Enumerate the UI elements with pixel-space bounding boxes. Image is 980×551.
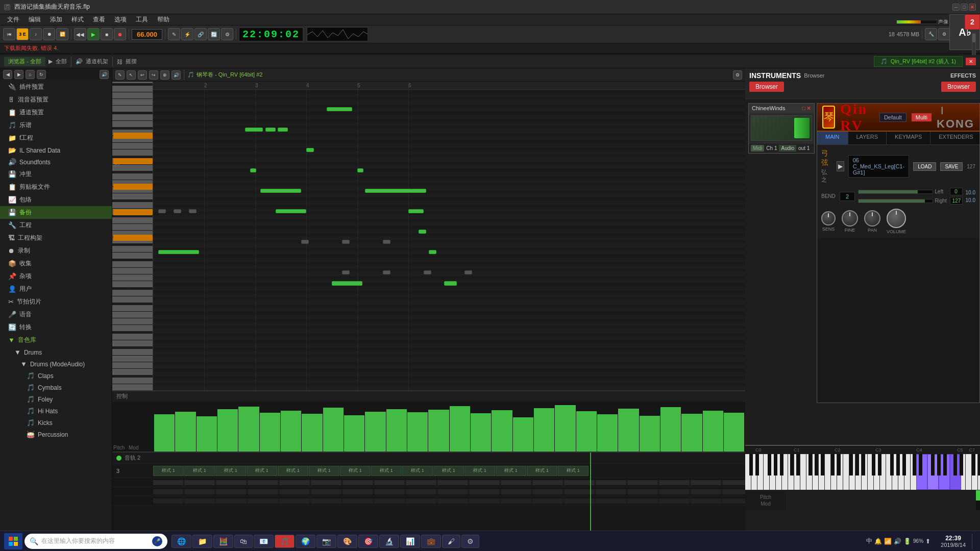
sidebar-item-mixer[interactable]: 🎚 混音器预置 xyxy=(0,93,112,106)
settings-button[interactable]: ⚙ xyxy=(938,28,950,40)
fine-knob[interactable] xyxy=(842,210,858,227)
pr-settings-button[interactable]: ⚙ xyxy=(733,70,742,80)
taskbar-app5[interactable]: 🔬 xyxy=(379,535,399,548)
left-slider[interactable] xyxy=(858,190,933,194)
taskbar-browser[interactable]: 🌍 xyxy=(296,535,315,548)
sidebar-item-score[interactable]: 🎵 乐谱 xyxy=(0,119,112,132)
rewind-button[interactable]: ⏮ xyxy=(3,28,15,40)
sidebar-item-soundlib[interactable]: ▼ 音色库 xyxy=(0,334,112,346)
pr-zoom-button[interactable]: ⊕ xyxy=(160,70,169,80)
pr-undo-button[interactable]: ↩ xyxy=(138,70,147,80)
sidebar-item-drums-modeaudio[interactable]: ▼ Drums (ModeAudio) xyxy=(0,358,112,370)
sidebar-item-kicks[interactable]: 🎵 Kicks xyxy=(0,417,112,429)
volume-knob[interactable] xyxy=(887,209,906,228)
song-mode-button[interactable]: ♪ xyxy=(30,28,42,40)
pan-knob[interactable] xyxy=(864,210,880,227)
taskbar-mail[interactable]: 📧 xyxy=(254,535,274,548)
pattern-mode-button[interactable]: 3 E xyxy=(16,28,29,40)
taskbar-red-app[interactable]: 🎵 xyxy=(275,535,295,548)
sidebar-fwd-button[interactable]: ▶ xyxy=(14,70,23,79)
pattern-cell[interactable]: 样式 1 xyxy=(278,466,308,476)
pattern-cell[interactable]: 样式 1 xyxy=(215,466,246,476)
sidebar-item-misc[interactable]: 📌 杂项 xyxy=(0,270,112,283)
tempo-display[interactable]: 66.000 xyxy=(132,29,162,40)
loop-button[interactable]: 🔁 xyxy=(56,28,68,40)
pr-sound-button[interactable]: 🔊 xyxy=(172,70,181,80)
sidebar-item-engineering[interactable]: 🔧 工程 xyxy=(0,219,112,232)
play-button[interactable]: ▶ xyxy=(87,28,100,40)
tool-5[interactable]: ⚙ xyxy=(221,28,233,40)
load-button[interactable]: LOAD xyxy=(913,162,936,171)
sidebar-item-convert[interactable]: 🔄 转换 xyxy=(0,321,112,334)
sidebar-refresh-button[interactable]: ↻ xyxy=(37,70,46,79)
clock-display[interactable]: 22:39 2019/8/14 xyxy=(937,535,970,548)
sidebar-item-collect[interactable]: 📦 收集 xyxy=(0,257,112,270)
tab-keymaps[interactable]: KEYMAPS xyxy=(887,132,930,144)
sidebar-item-envelope[interactable]: 📈 包络 xyxy=(0,193,112,206)
pattern-cell[interactable]: 样式 1 xyxy=(340,466,371,476)
sidebar-item-percussion[interactable]: 🥁 Percussion xyxy=(0,429,112,440)
sidebar-item-beatslice[interactable]: ✂ 节拍切片 xyxy=(0,295,112,308)
pattern-cell[interactable]: 样式 1 xyxy=(247,466,277,476)
sens-knob[interactable] xyxy=(821,211,836,226)
pattern-cell[interactable]: 样式 1 xyxy=(496,466,526,476)
menu-edit[interactable]: 编辑 xyxy=(24,14,45,25)
sidebar-item-project[interactable]: 📁 f工程 xyxy=(0,132,112,144)
taskbar-app2[interactable]: 📷 xyxy=(316,535,336,548)
pattern-cell[interactable]: 样式 1 xyxy=(433,466,464,476)
multi-button[interactable]: Multi xyxy=(912,113,932,121)
record-button[interactable]: ⏺ xyxy=(43,28,55,40)
close-button[interactable]: ✕ xyxy=(969,4,976,11)
taskbar-app6[interactable]: 📊 xyxy=(400,535,420,548)
taskbar-files[interactable]: 📁 xyxy=(192,535,212,548)
tab-extenders[interactable]: EXTENDERS xyxy=(930,132,980,144)
sidebar-item-project-arch[interactable]: 🏗 工程构架 xyxy=(0,232,112,244)
show-desktop-button[interactable] xyxy=(972,534,976,549)
tool-2[interactable]: ⚡ xyxy=(181,28,193,40)
pattern-cell[interactable]: 样式 1 xyxy=(371,466,402,476)
minimize-button[interactable]: ─ xyxy=(952,4,960,11)
tab-main[interactable]: MAIN xyxy=(817,132,848,144)
menu-style[interactable]: 样式 xyxy=(67,14,88,25)
sidebar-item-hihats[interactable]: 🎵 Hi Hats xyxy=(0,405,112,417)
sidebar-item-record[interactable]: ⏺ 录制 xyxy=(0,244,112,257)
rec-button[interactable]: ⏺ xyxy=(114,28,126,40)
save-button[interactable]: SAVE xyxy=(940,162,963,171)
stop-button[interactable]: ■ xyxy=(101,28,113,40)
start-button[interactable] xyxy=(4,533,22,549)
red-button[interactable]: 2 xyxy=(965,14,980,30)
menu-add[interactable]: 添加 xyxy=(46,14,66,25)
pattern-cell[interactable]: 样式 1 xyxy=(527,466,557,476)
taskbar-app7[interactable]: 💼 xyxy=(421,535,441,548)
sidebar-item-soundfonts[interactable]: 🔊 Soundfonts xyxy=(0,156,112,168)
taskbar-store[interactable]: 🛍 xyxy=(234,535,253,548)
pr-redo-button[interactable]: ↪ xyxy=(149,70,158,80)
pr-pen-tool[interactable]: ✎ xyxy=(115,70,125,80)
sidebar-item-cymbals[interactable]: 🎵 Cymbals xyxy=(0,382,112,393)
sidebar-item-foley[interactable]: 🎵 Foley xyxy=(0,393,112,405)
taskbar-search[interactable]: 🔍 在这里输入你要搜索的内容 🎤 xyxy=(24,534,167,549)
prev-button[interactable]: ◀◀ xyxy=(74,28,86,40)
taskbar-app9[interactable]: ⚙ xyxy=(461,535,479,548)
key-container[interactable] xyxy=(745,454,980,490)
preset-display[interactable]: Default xyxy=(879,113,906,122)
sidebar-item-drums[interactable]: ▼ Drums xyxy=(0,346,112,358)
cpu-mode-button[interactable]: 🔧 xyxy=(925,28,937,40)
sidebar-item-rush[interactable]: 💾 冲里 xyxy=(0,168,112,181)
tab-layers[interactable]: LAYERS xyxy=(848,132,887,144)
effects-browser-button[interactable]: Browser xyxy=(941,82,976,92)
sidebar-item-claps[interactable]: 🎵 Claps xyxy=(0,370,112,382)
pattern-cell[interactable]: 样式 1 xyxy=(402,466,433,476)
pattern-cell[interactable]: 样式 1 xyxy=(184,466,215,476)
taskbar-app3[interactable]: 🎨 xyxy=(337,535,357,548)
sidebar-back-button[interactable]: ◀ xyxy=(3,70,12,79)
note-grid[interactable]: 1 2 3 4 5 6 xyxy=(153,82,745,390)
right-slider[interactable] xyxy=(858,199,933,203)
chineewinds-expand-button[interactable]: □ xyxy=(802,105,805,112)
instruments-browser-button[interactable]: Browser xyxy=(749,82,784,92)
taskbar-app8[interactable]: 🖌 xyxy=(442,535,460,548)
voice-search-icon[interactable]: 🎤 xyxy=(152,536,162,546)
pr-select-tool[interactable]: ↖ xyxy=(127,70,136,80)
menu-file[interactable]: 文件 xyxy=(3,14,23,25)
browser-dropdown[interactable]: 浏览器 - 全部 xyxy=(4,57,45,66)
